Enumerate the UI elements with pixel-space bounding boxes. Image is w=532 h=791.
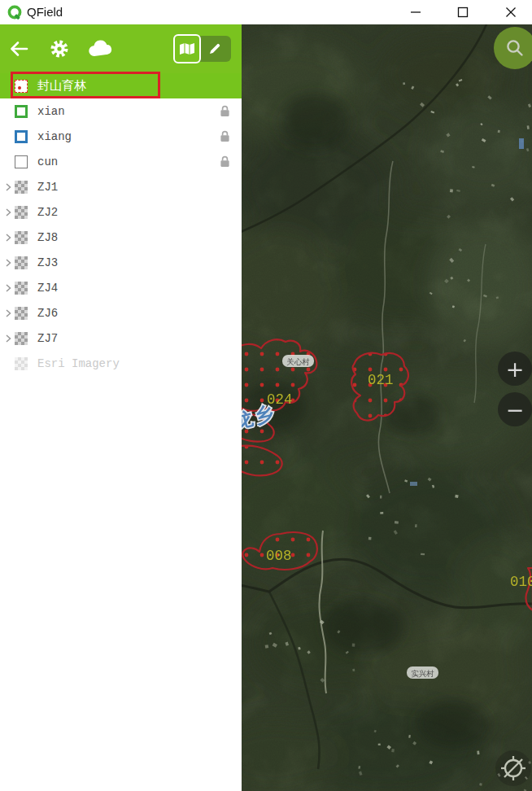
map-canvas: 024 021 008 010 龙乡 关心村 实兴村	[242, 24, 532, 791]
parcel-label-010: 010	[510, 574, 532, 590]
minimize-icon	[410, 7, 421, 18]
layer-label: ZJ3	[37, 256, 58, 269]
raster-layer-icon	[15, 307, 28, 320]
map-view[interactable]: 024 021 008 010 龙乡 关心村 实兴村 +	[242, 24, 532, 791]
raster-layer-icon	[15, 256, 28, 269]
arrow-left-icon	[8, 39, 29, 59]
layer-label: xian	[37, 105, 65, 118]
qfield-logo-icon	[7, 4, 23, 20]
layer-row-xiang[interactable]: xiang	[0, 124, 242, 149]
layer-label: ZJ1	[37, 181, 58, 194]
maximize-icon	[457, 7, 469, 18]
gear-icon	[49, 38, 70, 59]
lock-icon	[220, 130, 230, 146]
layer-label: ZJ4	[37, 282, 58, 295]
village-label-shixingcun: 实兴村	[411, 669, 434, 678]
minimize-button[interactable]	[400, 0, 431, 24]
raster-layer-icon	[15, 181, 28, 194]
location-disabled-icon	[499, 754, 528, 783]
close-icon	[505, 7, 517, 18]
minus-icon: −	[506, 399, 525, 421]
layer-row-fengshanyulin[interactable]: 封山育林	[0, 73, 242, 98]
blue-roof	[519, 138, 524, 149]
layer-row-xian[interactable]: xian	[0, 98, 242, 124]
expand-chevron-icon[interactable]	[2, 259, 15, 267]
blue-roof	[410, 482, 417, 486]
layer-row-cun[interactable]: cun	[0, 149, 242, 174]
layer-label: Esri Imagery	[37, 357, 120, 370]
expand-chevron-icon[interactable]	[2, 284, 15, 292]
raster-layer-icon	[15, 332, 28, 345]
expand-chevron-icon[interactable]	[2, 208, 15, 216]
cloud-icon	[88, 40, 114, 58]
expand-chevron-icon[interactable]	[2, 309, 15, 317]
layer-row-zj4[interactable]: ZJ4	[0, 275, 242, 300]
parcel-label-008: 008	[266, 548, 292, 564]
maximize-button[interactable]	[447, 0, 478, 24]
plus-icon: +	[506, 358, 525, 380]
map-icon	[179, 42, 195, 55]
layers-panel: 封山育林 xian xiang cun	[0, 24, 242, 791]
layer-style-icon-blue	[15, 130, 28, 143]
mode-toggle	[173, 34, 231, 63]
cloud-sync-button[interactable]	[82, 24, 120, 73]
expand-chevron-icon[interactable]	[2, 234, 15, 242]
raster-layer-icon	[15, 206, 28, 219]
lock-icon	[220, 155, 230, 171]
layer-row-zj7[interactable]: ZJ7	[0, 326, 242, 351]
close-button[interactable]	[495, 0, 526, 24]
layer-style-icon-white	[15, 155, 28, 168]
layer-label: xiang	[37, 130, 72, 143]
titlebar: QField	[0, 0, 532, 24]
pencil-icon	[208, 42, 221, 55]
back-button[interactable]	[0, 24, 37, 73]
qfield-window: QField	[0, 0, 532, 791]
zoom-in-button[interactable]: +	[498, 352, 532, 386]
village-label-guanxincun: 关心村	[286, 357, 310, 366]
zoom-out-button[interactable]: −	[498, 392, 532, 426]
layer-label: 封山育林	[37, 78, 86, 94]
layer-label: ZJ7	[37, 332, 58, 345]
search-button[interactable]	[494, 27, 532, 69]
layer-label: ZJ2	[37, 206, 58, 219]
raster-layer-icon	[15, 231, 28, 244]
layer-row-zj8[interactable]: ZJ8	[0, 225, 242, 250]
parcel-label-021: 021	[368, 372, 394, 388]
layer-row-esri-imagery[interactable]: Esri Imagery	[0, 351, 242, 376]
layer-label: ZJ6	[37, 307, 58, 320]
expand-chevron-icon[interactable]	[2, 183, 15, 191]
app-title: QField	[27, 5, 63, 19]
layer-list: 封山育林 xian xiang cun	[0, 73, 242, 376]
layer-row-zj2[interactable]: ZJ2	[0, 199, 242, 225]
layer-row-zj6[interactable]: ZJ6	[0, 300, 242, 326]
expand-chevron-icon[interactable]	[2, 334, 15, 343]
layer-label: ZJ8	[37, 231, 58, 244]
raster-layer-icon	[15, 282, 28, 295]
locate-button[interactable]	[495, 750, 531, 786]
layer-row-zj1[interactable]: ZJ1	[0, 174, 242, 199]
raster-layer-icon	[15, 357, 28, 370]
lock-icon	[220, 105, 230, 120]
layer-style-icon-green	[15, 105, 28, 118]
layer-label: cun	[37, 155, 58, 168]
settings-button[interactable]	[41, 24, 78, 73]
layer-style-icon-red-dotted	[15, 80, 28, 93]
edit-mode-button[interactable]	[198, 36, 231, 62]
panel-toolbar	[0, 24, 242, 73]
search-icon	[505, 38, 525, 58]
layer-row-zj3[interactable]: ZJ3	[0, 250, 242, 275]
map-mode-button[interactable]	[173, 34, 201, 63]
